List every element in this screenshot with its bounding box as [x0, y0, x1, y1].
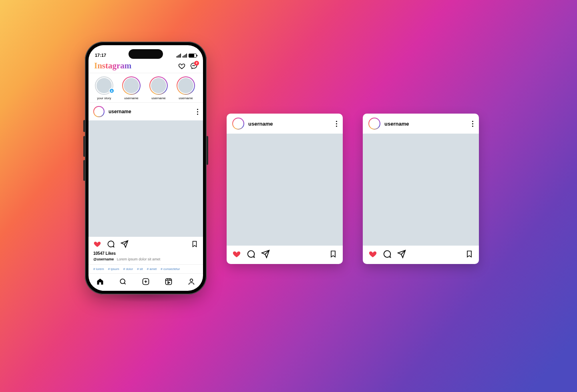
signal-icon: [177, 54, 181, 58]
nav-search-icon[interactable]: [119, 278, 127, 287]
messages-badge: 2: [194, 61, 199, 66]
hashtag[interactable]: # lorem: [93, 267, 104, 271]
post-header: username: [88, 103, 203, 120]
post-caption: @username Lorem ipsum dolor sit amet: [88, 256, 203, 265]
hashtag[interactable]: # sit: [137, 267, 143, 271]
stories-row[interactable]: + your story username username username: [88, 73, 203, 103]
caption-username[interactable]: @username: [93, 257, 114, 261]
post-avatar[interactable]: [368, 118, 380, 130]
post-username[interactable]: username: [384, 121, 409, 127]
hashtag[interactable]: # amet: [147, 267, 157, 271]
hashtag[interactable]: # ipsum: [108, 267, 119, 271]
cellular-icon: [183, 54, 187, 58]
post-image[interactable]: [227, 134, 343, 246]
comment-button[interactable]: [383, 250, 392, 260]
phone-side-button: [206, 136, 208, 165]
dynamic-island: [129, 49, 163, 59]
post-tags: # lorem # ipsum # dolor # sit # amet # c…: [88, 265, 203, 273]
activity-icon[interactable]: [178, 62, 185, 70]
post-actions: [88, 237, 203, 251]
story-label: username: [124, 96, 139, 100]
post-image[interactable]: [363, 134, 479, 246]
phone-frame: 17:17 Instagram 2: [85, 42, 207, 294]
app-logo[interactable]: Instagram: [94, 61, 131, 71]
svg-point-0: [120, 279, 125, 284]
like-button[interactable]: [232, 250, 241, 260]
phone-side-button: [83, 160, 85, 181]
nav-profile-icon[interactable]: [187, 278, 195, 287]
status-bar: 17:17: [88, 45, 203, 59]
story-item[interactable]: username: [147, 76, 170, 100]
feed-post: username 10547 Likes @username: [88, 103, 203, 273]
app-header: Instagram 2: [88, 59, 203, 73]
battery-icon: [189, 54, 197, 58]
post-avatar[interactable]: [232, 118, 244, 130]
phone-screen: 17:17 Instagram 2: [88, 45, 203, 291]
caption-text: Lorem ipsum dolor sit amet: [117, 257, 161, 261]
bookmark-button[interactable]: [465, 250, 473, 260]
share-button[interactable]: [121, 240, 129, 250]
share-button[interactable]: [261, 250, 270, 260]
hashtag[interactable]: # dolor: [123, 267, 133, 271]
svg-rect-1: [143, 278, 149, 284]
like-button[interactable]: [93, 240, 101, 250]
post-more-icon[interactable]: [197, 109, 198, 115]
svg-rect-2: [166, 278, 172, 284]
hashtag[interactable]: # consectetur: [161, 267, 180, 271]
bookmark-button[interactable]: [329, 250, 337, 260]
story-item[interactable]: username: [120, 76, 143, 100]
story-your-story[interactable]: + your story: [92, 76, 116, 100]
svg-point-3: [190, 279, 193, 282]
nav-reels-icon[interactable]: [165, 278, 173, 287]
post-avatar[interactable]: [93, 106, 105, 117]
phone-side-button: [83, 120, 85, 132]
post-image[interactable]: [88, 120, 203, 237]
status-time: 17:17: [95, 53, 106, 58]
add-story-icon[interactable]: +: [109, 88, 115, 94]
post-username[interactable]: username: [248, 121, 273, 127]
story-item[interactable]: username: [174, 76, 197, 100]
nav-create-icon[interactable]: [142, 278, 150, 287]
bookmark-button[interactable]: [191, 240, 198, 249]
messenger-icon[interactable]: 2: [190, 62, 197, 70]
likes-count[interactable]: 10547 Likes: [88, 251, 203, 256]
post-card: username: [363, 114, 479, 264]
comment-button[interactable]: [247, 250, 255, 260]
post-username[interactable]: username: [109, 109, 131, 114]
nav-home-icon[interactable]: [96, 278, 104, 287]
post-more-icon[interactable]: [472, 121, 473, 127]
story-label: username: [151, 96, 166, 100]
like-button[interactable]: [368, 250, 377, 260]
post-card: username: [227, 114, 343, 264]
share-button[interactable]: [397, 250, 406, 260]
comment-button[interactable]: [107, 240, 115, 250]
story-label: your story: [97, 96, 111, 100]
story-label: username: [179, 96, 193, 100]
phone-side-button: [83, 136, 85, 157]
bottom-nav: [88, 273, 203, 291]
post-more-icon[interactable]: [336, 121, 337, 127]
